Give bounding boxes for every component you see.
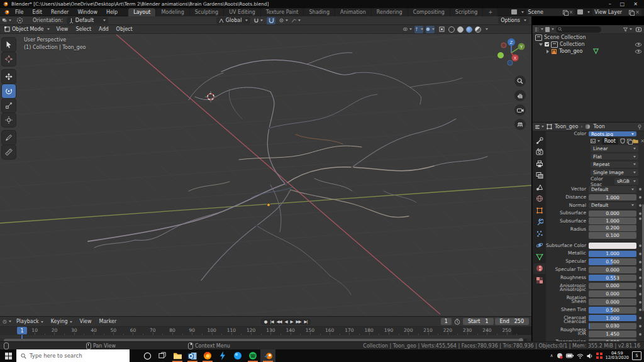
annotate-tool[interactable] [2, 131, 16, 145]
prop-number-field[interactable]: 0.000 [589, 283, 636, 290]
tab-world[interactable] [533, 194, 545, 204]
select-box-tool[interactable] [2, 38, 16, 52]
prop-number-field[interactable]: 0.000 [589, 211, 636, 217]
workspace-tab-compositing[interactable]: Compositing [408, 8, 450, 16]
tab-particles[interactable] [533, 228, 545, 239]
keyframe-dot[interactable] [639, 333, 641, 336]
outlook-icon[interactable] [185, 349, 200, 362]
prop-dropdown[interactable]: Default [589, 202, 636, 209]
next-keyframe-button[interactable]: ▶▶ [295, 319, 303, 324]
image-browse-dropdown[interactable] [591, 138, 601, 145]
prop-number-field[interactable]: 1.000 [589, 251, 636, 258]
tab-material[interactable] [533, 263, 545, 274]
keyframe-dot[interactable] [639, 204, 641, 207]
file-explorer-icon[interactable] [170, 349, 185, 362]
timeline-menu-playback[interactable]: Playback [13, 319, 47, 324]
new-view-layer-icon[interactable] [629, 10, 633, 14]
tab-scene[interactable] [533, 182, 545, 192]
keyframe-dot[interactable] [639, 293, 641, 295]
outliner-row-scene-collection[interactable]: Scene Collection [533, 34, 644, 41]
volume-icon[interactable] [587, 353, 593, 359]
active-tool-icon[interactable] [15, 17, 24, 25]
prop-number-field[interactable]: 1.000 [589, 315, 636, 322]
blender-menu-icon[interactable] [4, 9, 9, 15]
keyframe-dot[interactable] [639, 301, 641, 304]
playhead[interactable]: 1 [17, 327, 27, 334]
prop-number-field[interactable]: 0.500 [589, 307, 636, 314]
close-button[interactable]: ✕ [633, 1, 638, 7]
visibility-dropdown[interactable] [403, 26, 412, 33]
outliner-row-toon-geo[interactable]: Toon_geo [533, 48, 644, 55]
timeline-editor-type-button[interactable] [3, 318, 11, 326]
move-tool[interactable] [2, 70, 16, 84]
minimize-button[interactable]: – [609, 1, 611, 7]
shading-options-caret[interactable] [486, 28, 488, 30]
timeline-menu-view[interactable]: View [76, 319, 96, 324]
tab-output[interactable] [533, 158, 545, 169]
jump-to-end-button[interactable]: ▶| [303, 319, 309, 324]
prop-number-field[interactable]: 1.000 [589, 194, 636, 201]
frame-end-field[interactable]: End250 [495, 318, 529, 325]
keyframe-dot[interactable] [639, 217, 641, 220]
shading-solid-button[interactable] [457, 26, 464, 33]
snap-target-dropdown[interactable] [254, 17, 263, 25]
keyframe-dot[interactable] [639, 285, 641, 287]
interpolation-dropdown[interactable]: Linear [591, 145, 638, 152]
workspace-tab-uv-editing[interactable]: UV Editing [224, 8, 260, 16]
jump-to-start-button[interactable]: |◀ [269, 319, 274, 324]
unlink-scene-icon[interactable]: × [569, 9, 574, 15]
unlink-image-icon[interactable]: ✕ [640, 138, 644, 144]
new-scene-icon[interactable] [563, 10, 567, 14]
scale-tool[interactable] [2, 99, 16, 112]
workspace-tab-rendering[interactable]: Rendering [372, 8, 408, 16]
snap-toggle[interactable] [267, 17, 275, 25]
camera-view-button[interactable] [514, 104, 526, 116]
rotate-tool[interactable] [2, 84, 16, 98]
outliner-search-input[interactable] [556, 26, 601, 33]
keyframe-dot[interactable] [639, 188, 641, 190]
tray-grid-icon[interactable] [596, 353, 602, 359]
prop-number-field[interactable]: 0.553 [589, 275, 636, 282]
task-view-button[interactable] [155, 349, 170, 362]
cursor-tool[interactable] [2, 52, 16, 66]
outliner-filter-id-dropdown[interactable] [545, 26, 554, 33]
gizmos-dropdown[interactable] [414, 26, 423, 33]
xray-toggle[interactable] [437, 26, 446, 33]
tab-render[interactable] [533, 147, 545, 158]
taskbar-search-input[interactable]: Type here to search [16, 349, 130, 362]
editor-type-button[interactable] [3, 17, 11, 25]
prop-color-swatch[interactable] [589, 243, 636, 250]
extension-dropdown[interactable]: Repeat [591, 162, 638, 168]
shading-wireframe-button[interactable] [448, 26, 455, 33]
zoom-button[interactable] [514, 75, 526, 87]
prev-keyframe-button[interactable]: ◀◀ [275, 319, 283, 324]
projection-dropdown[interactable]: Flat [591, 153, 638, 160]
prop-number-field[interactable]: 0.000 [589, 290, 636, 297]
timeline-menu-marker[interactable]: Marker [96, 319, 121, 324]
duplicate-image-icon[interactable] [627, 139, 631, 143]
outliner-display-mode-dropdown[interactable] [535, 26, 543, 33]
menu-render[interactable]: Render [47, 9, 73, 15]
prop-number-field[interactable]: 0.100 [589, 232, 636, 239]
keyframe-dot[interactable] [639, 309, 641, 311]
firefox-icon[interactable] [200, 349, 215, 362]
keyframe-dot[interactable] [639, 196, 641, 199]
tab-texture[interactable] [533, 275, 545, 285]
tab-object-data[interactable] [533, 251, 545, 262]
hide-eye-icon[interactable] [635, 43, 641, 47]
keyframe-dot[interactable] [639, 317, 641, 319]
expand-icon[interactable] [547, 50, 549, 53]
menu-help[interactable]: Help [102, 9, 122, 15]
tab-modifiers[interactable] [533, 217, 545, 228]
colorspace-dropdown[interactable]: sRGB [614, 178, 638, 185]
collection-checkbox[interactable] [545, 42, 549, 47]
source-dropdown[interactable]: Single Image [591, 169, 638, 176]
spotify-icon[interactable] [245, 349, 260, 362]
current-frame-field[interactable]: 1 [441, 318, 452, 325]
tray-expand-caret[interactable]: ∧ [550, 353, 553, 358]
view-layer-selector[interactable]: View Layer × [592, 9, 641, 16]
filter-funnel-dropdown[interactable] [623, 26, 632, 33]
keyframe-dot[interactable] [639, 253, 641, 255]
image-texture-dropdown[interactable]: Roots.jpg [589, 131, 636, 136]
outliner-row-collection[interactable]: Collection [533, 41, 644, 48]
